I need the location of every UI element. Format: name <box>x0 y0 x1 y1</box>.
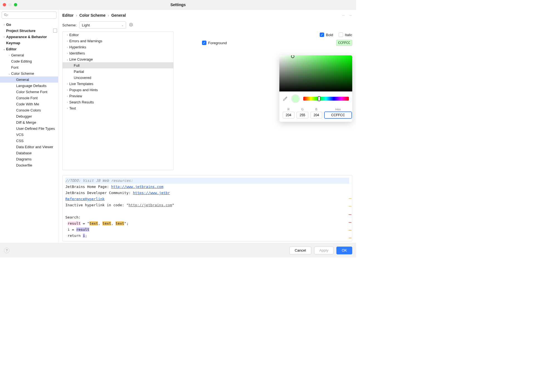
sidebar-item-label: Data Editor and Viewer <box>16 145 53 149</box>
preview-link[interactable]: ReferenceHyperlink <box>65 197 105 201</box>
chevron-down-icon: ⌄ <box>2 48 6 51</box>
sidebar-item-code-with-me[interactable]: Code With Me <box>0 101 58 107</box>
category-preview[interactable]: ›Preview <box>63 93 173 99</box>
category-search-results[interactable]: ›Search Results <box>63 99 173 105</box>
sidebar-item-language-defaults[interactable]: Language Defaults <box>0 83 58 89</box>
window-close-icon[interactable] <box>3 3 6 6</box>
sidebar-item-user-defined-file-types[interactable]: User-Defined File Types <box>0 125 58 132</box>
ok-button[interactable]: OK <box>336 247 352 254</box>
gradient-cursor-icon[interactable] <box>291 55 294 58</box>
sidebar-item-keymap[interactable]: Keymap <box>0 40 58 46</box>
gear-icon[interactable] <box>129 23 133 28</box>
sidebar-item-font[interactable]: Font <box>0 64 58 70</box>
chevron-right-icon: › <box>2 23 6 26</box>
b-input[interactable] <box>311 112 322 118</box>
hue-cursor-icon[interactable] <box>318 96 321 101</box>
window-zoom-icon[interactable] <box>14 3 17 6</box>
sidebar-item-css[interactable]: CSS <box>0 138 58 144</box>
category-popups-and-hints[interactable]: ›Popups and Hints <box>63 87 173 93</box>
apply-button[interactable]: Apply <box>314 247 334 254</box>
help-button[interactable]: ? <box>4 248 9 253</box>
crumb-general[interactable]: General <box>111 13 126 18</box>
sidebar-item-go[interactable]: ›Go <box>0 21 58 28</box>
sidebar-item-label: Console Colors <box>16 108 41 112</box>
foreground-checkbox[interactable]: ✓ Foreground <box>202 41 227 45</box>
color-picker[interactable]: R G B Hex <box>279 55 352 122</box>
sidebar-item-general[interactable]: ›General <box>0 52 58 58</box>
category-item-partial[interactable]: Partial <box>63 68 173 75</box>
sidebar-item-data-editor-and-viewer[interactable]: Data Editor and Viewer <box>0 144 58 150</box>
forward-icon[interactable]: → <box>348 13 352 18</box>
category-live-templates[interactable]: ›Live Templates <box>63 81 173 87</box>
sidebar-item-debugger[interactable]: Debugger <box>0 113 58 119</box>
chevron-right-icon: › <box>2 35 6 38</box>
category-label: Identifiers <box>69 51 85 55</box>
sidebar-item-dockerfile[interactable]: Dockerfile <box>0 162 58 168</box>
sidebar-item-label: Color Scheme <box>11 71 34 76</box>
scheme-select[interactable]: Light ⌄ <box>79 21 126 29</box>
chevron-right-icon: › <box>65 33 69 36</box>
r-input[interactable] <box>283 112 294 118</box>
sidebar-item-diagrams[interactable]: Diagrams <box>0 156 58 162</box>
editor-preview: //TODO: Visit JB Web resources: JetBrain… <box>62 175 352 241</box>
foreground-color-swatch[interactable]: CCFFCC <box>336 40 352 46</box>
sidebar-item-project-structure[interactable]: Project Structure <box>0 28 58 34</box>
category-item-label: Uncovered <box>74 76 91 80</box>
settings-search-input[interactable]: ▾ <box>2 11 56 19</box>
color-categories-list[interactable]: ›Editor›Errors and Warnings›Hyperlinks›I… <box>62 31 174 170</box>
scheme-value: Light <box>82 23 90 27</box>
current-color-swatch <box>291 94 300 103</box>
sidebar-item-color-scheme-font[interactable]: Color Scheme Font <box>0 89 58 95</box>
chevron-right-icon: › <box>65 107 69 110</box>
svg-point-2 <box>130 24 132 25</box>
sidebar-item-console-font[interactable]: Console Font <box>0 95 58 101</box>
italic-checkbox[interactable]: Italic <box>339 33 352 37</box>
sidebar-item-console-colors[interactable]: Console Colors <box>0 107 58 113</box>
category-errors-and-warnings[interactable]: ›Errors and Warnings <box>63 38 173 44</box>
sidebar-item-appearance-behavior[interactable]: ›Appearance & Behavior <box>0 34 58 40</box>
chevron-down-icon: ⌄ <box>65 58 69 61</box>
sidebar-item-label: Debugger <box>16 114 32 118</box>
chevron-right-icon: › <box>65 88 69 91</box>
g-input[interactable] <box>297 112 308 118</box>
preview-link[interactable]: http://www.jetbrains.com <box>111 185 163 189</box>
sidebar-item-label: Project Structure <box>6 29 35 33</box>
preview-link[interactable]: https://www.jetbr <box>133 191 170 195</box>
sidebar-item-diff-merge[interactable]: Diff & Merge <box>0 119 58 125</box>
sidebar-item-label: Code Editing <box>11 59 32 63</box>
checkbox-checked-icon: ✓ <box>202 41 206 45</box>
checkbox-checked-icon: ✓ <box>320 33 324 37</box>
eyedropper-icon[interactable] <box>283 96 288 101</box>
category-hyperlinks[interactable]: ›Hyperlinks <box>63 44 173 50</box>
category-editor[interactable]: ›Editor <box>63 32 173 38</box>
category-text[interactable]: ›Text <box>63 105 173 111</box>
crumb-editor[interactable]: Editor <box>62 13 73 18</box>
category-item-uncovered[interactable]: Uncovered <box>63 75 173 81</box>
sidebar-item-editor[interactable]: ⌄Editor <box>0 46 58 52</box>
cancel-button[interactable]: Cancel <box>289 247 311 254</box>
window-title: Settings <box>17 3 339 7</box>
sidebar-item-code-editing[interactable]: Code Editing <box>0 58 58 64</box>
sidebar-item-database[interactable]: Database <box>0 150 58 156</box>
hue-slider[interactable] <box>303 97 349 101</box>
color-gradient[interactable] <box>279 55 352 91</box>
hex-input[interactable] <box>324 112 352 118</box>
bold-checkbox[interactable]: ✓ Bold <box>320 33 333 37</box>
sidebar-item-label: Diff & Merge <box>16 120 36 125</box>
chevron-down-icon: ⌄ <box>7 72 11 75</box>
svg-line-1 <box>6 15 7 16</box>
scheme-label: Scheme: <box>62 23 77 27</box>
category-item-full[interactable]: Full <box>63 62 173 68</box>
sidebar-item-vcs[interactable]: VCS <box>0 132 58 138</box>
sidebar-item-general[interactable]: General <box>0 76 58 83</box>
window-minimize-icon[interactable] <box>8 3 12 6</box>
category-line-coverage[interactable]: ⌄Line Coverage <box>63 56 173 62</box>
chevron-right-icon: › <box>65 39 69 43</box>
chevron-right-icon: › <box>65 101 69 104</box>
back-icon[interactable]: ← <box>342 13 346 18</box>
sidebar-item-color-scheme[interactable]: ⌄Color Scheme <box>0 70 58 76</box>
sidebar-item-label: Code With Me <box>16 102 39 106</box>
category-identifiers[interactable]: ›Identifiers <box>63 50 173 56</box>
crumb-color-scheme[interactable]: Color Scheme <box>79 13 105 18</box>
settings-tree[interactable]: ›GoProject Structure›Appearance & Behavi… <box>0 20 58 243</box>
